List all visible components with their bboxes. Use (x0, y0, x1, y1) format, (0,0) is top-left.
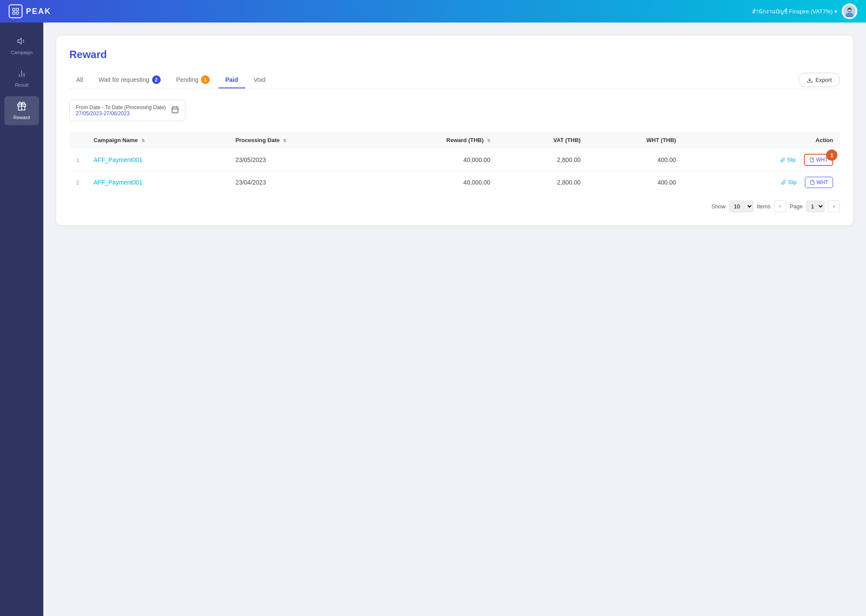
vat-thb-cell: 2,800.00 (497, 172, 587, 194)
action-buttons: Slip 1 WHT (690, 154, 833, 166)
paperclip-icon (781, 180, 786, 185)
file-icon (810, 180, 815, 185)
sidebar-item-campaign[interactable]: Campaign (4, 31, 39, 60)
svg-rect-3 (16, 12, 19, 14)
slip-button[interactable]: Slip (776, 177, 801, 188)
col-processing-date[interactable]: Processing Date ⇅ (229, 132, 371, 149)
tab-pending[interactable]: Pending 1 (169, 71, 217, 89)
show-select[interactable]: 10 25 50 100 (729, 201, 753, 212)
campaign-name-cell: AFF_Payment001 (87, 172, 229, 194)
wht-wrapper: WHT (805, 177, 833, 188)
export-icon (807, 77, 813, 83)
tabs-bar: All Wait for requesting 2 Pending 1 Paid… (69, 71, 840, 89)
col-num (69, 132, 87, 149)
topnav-right: สำนักงานบัญชี Finspire (VAT7%) ▾ (752, 3, 857, 19)
rewards-table: Campaign Name ⇅ Processing Date ⇅ Reward… (69, 132, 840, 193)
table-row: 2 AFF_Payment001 23/04/2023 40,000.00 2,… (69, 172, 840, 194)
content-card: Reward All Wait for requesting 2 Pending… (56, 36, 853, 225)
chevron-down-icon: ▾ (834, 8, 837, 15)
logo-box (9, 4, 23, 18)
svg-rect-0 (13, 8, 15, 10)
action-cell: Slip 1 WHT (683, 149, 840, 172)
processing-date-cell: 23/05/2023 (229, 149, 371, 172)
sidebar-item-reward-label: Reward (13, 115, 30, 120)
file-icon (809, 157, 814, 162)
col-action: Action (683, 132, 840, 149)
wht-thb-cell: 400.00 (587, 172, 683, 194)
reward-thb-cell: 40,000.00 (370, 172, 497, 194)
sort-icon-reward: ⇅ (487, 138, 490, 143)
sidebar: Campaign Result (0, 23, 43, 616)
date-filter[interactable]: From Date - To Date (Processing Date) 27… (69, 100, 185, 121)
col-campaign-name[interactable]: Campaign Name ⇅ (87, 132, 229, 149)
tab-wait-badge: 2 (152, 75, 161, 84)
svg-rect-2 (13, 12, 15, 14)
sidebar-item-result-label: Result (15, 82, 28, 88)
col-wht-thb: WHT (THB) (587, 132, 683, 149)
main-content: Reward All Wait for requesting 2 Pending… (43, 23, 866, 616)
table-body: 1 AFF_Payment001 23/05/2023 40,000.00 2,… (69, 149, 840, 193)
reward-icon (17, 101, 26, 113)
tab-void[interactable]: Void (247, 72, 272, 88)
tab-pending-label: Pending (176, 76, 198, 83)
page-label: Page (790, 203, 803, 210)
row-num: 2 (69, 172, 87, 194)
page-title: Reward (69, 49, 840, 61)
layout: Campaign Result (0, 23, 866, 616)
tab-wait[interactable]: Wait for requesting 2 (92, 71, 168, 89)
svg-rect-15 (172, 107, 178, 113)
logo-text: PEAK (26, 7, 51, 16)
sidebar-item-result[interactable]: Result (4, 64, 39, 93)
date-filter-label: From Date - To Date (Processing Date) (76, 104, 166, 110)
result-icon (17, 69, 26, 81)
date-filter-value: 27/05/2023-27/06/2023 (76, 110, 166, 117)
page-select[interactable]: 1 2 3 (806, 201, 824, 212)
tab-paid-label: Paid (225, 76, 238, 83)
tab-wait-label: Wait for requesting (99, 76, 149, 83)
processing-date-cell: 23/04/2023 (229, 172, 371, 194)
sidebar-item-reward[interactable]: Reward (4, 96, 39, 125)
table-row: 1 AFF_Payment001 23/05/2023 40,000.00 2,… (69, 149, 840, 172)
campaign-link[interactable]: AFF_Payment001 (94, 179, 143, 186)
row-num: 1 (69, 149, 87, 172)
tab-paid[interactable]: Paid (218, 72, 245, 88)
vat-thb-cell: 2,800.00 (497, 149, 587, 172)
prev-page-button[interactable]: ‹ (774, 200, 786, 212)
svg-marker-8 (18, 39, 21, 44)
sort-icon-campaign: ⇅ (141, 138, 145, 143)
next-page-button[interactable]: › (828, 200, 840, 212)
date-filter-content: From Date - To Date (Processing Date) 27… (76, 104, 166, 117)
campaign-link[interactable]: AFF_Payment001 (94, 156, 143, 163)
col-reward-thb[interactable]: Reward (THB) ⇅ (370, 132, 497, 149)
tab-pending-badge: 1 (201, 75, 210, 84)
annotation-badge: 1 (826, 149, 837, 161)
wht-thb-cell: 400.00 (587, 149, 683, 172)
export-button[interactable]: Export (798, 73, 840, 87)
company-selector[interactable]: สำนักงานบัญชี Finspire (VAT7%) ▾ (752, 7, 837, 16)
paperclip-icon (780, 157, 785, 162)
wht-wrapper: 1 WHT (804, 154, 833, 166)
show-label: Show (711, 203, 726, 210)
company-name: สำนักงานบัญชี Finspire (VAT7%) (752, 7, 833, 16)
tabs-actions: Export (798, 73, 840, 87)
export-label: Export (815, 77, 832, 83)
items-label: Items (757, 203, 771, 210)
table-header: Campaign Name ⇅ Processing Date ⇅ Reward… (69, 132, 840, 149)
top-navbar: PEAK สำนักงานบัญชี Finspire (VAT7%) ▾ (0, 0, 866, 23)
action-buttons: Slip WHT (690, 177, 833, 188)
tab-all-label: All (76, 76, 83, 83)
svg-rect-1 (16, 8, 19, 10)
tab-void-label: Void (254, 76, 266, 83)
campaign-icon (17, 36, 26, 48)
calendar-icon[interactable] (171, 106, 179, 115)
logo: PEAK (9, 4, 51, 18)
col-vat-thb: VAT (THB) (497, 132, 587, 149)
campaign-name-cell: AFF_Payment001 (87, 149, 229, 172)
action-cell: Slip WHT (683, 172, 840, 194)
reward-thb-cell: 40,000.00 (370, 149, 497, 172)
sidebar-item-campaign-label: Campaign (11, 50, 32, 55)
slip-button[interactable]: Slip (775, 154, 801, 165)
wht-button[interactable]: WHT (805, 177, 833, 188)
tab-all[interactable]: All (69, 72, 90, 88)
avatar[interactable] (842, 3, 857, 19)
